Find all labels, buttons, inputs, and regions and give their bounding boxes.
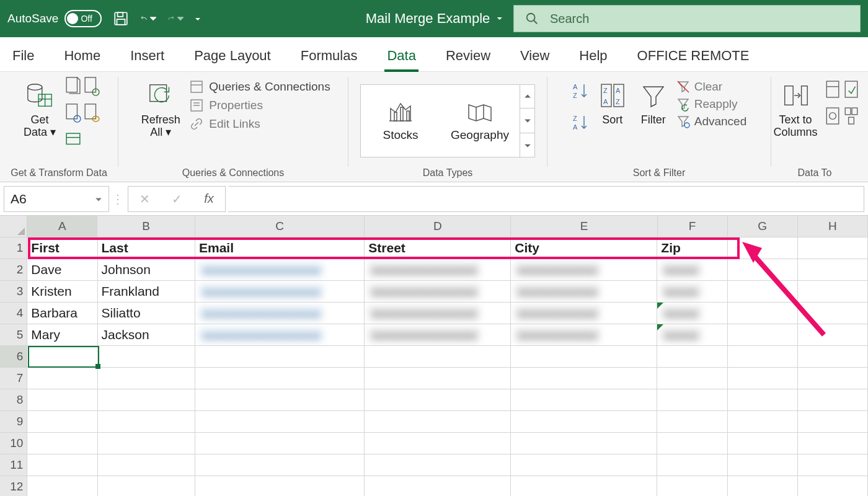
cell-B9[interactable]	[98, 411, 195, 433]
stocks-button[interactable]: Stocks	[361, 100, 440, 142]
cell-A1[interactable]: First	[27, 237, 97, 259]
row-header-1[interactable]: 1	[0, 237, 27, 259]
cell-H5[interactable]	[798, 324, 868, 346]
col-header-F[interactable]: F	[658, 216, 728, 237]
cell-A7[interactable]	[27, 368, 97, 389]
cell-C4[interactable]: xxxxxxxxxxxxxxxxxx	[195, 303, 365, 324]
recent-sources-icon[interactable]	[84, 102, 100, 126]
data-validation-icon[interactable]	[825, 105, 841, 129]
cell-H2[interactable]	[798, 259, 868, 281]
cell-E2[interactable]: xxxxxxxxxxxx	[511, 259, 657, 281]
refresh-all-button[interactable]: RefreshAll ▾	[136, 76, 185, 141]
tab-file[interactable]: File	[9, 42, 38, 71]
cell-B2[interactable]: Johnson	[98, 259, 195, 281]
cell-G10[interactable]	[728, 433, 798, 454]
cell-E12[interactable]	[511, 476, 657, 496]
remove-dupes-icon[interactable]	[843, 78, 859, 102]
cell-H6[interactable]	[798, 346, 868, 368]
sort-asc-button[interactable]: AZ	[572, 82, 590, 102]
cell-D9[interactable]	[365, 411, 511, 433]
cell-D11[interactable]	[365, 454, 511, 476]
tab-office-remote[interactable]: OFFICE REMOTE	[634, 42, 753, 71]
cell-F2[interactable]: xxxxx	[657, 259, 727, 281]
tab-page-layout[interactable]: Page Layout	[190, 42, 275, 71]
row-header-12[interactable]: 12	[0, 476, 27, 496]
save-icon[interactable]	[113, 11, 129, 27]
existing-connections-icon[interactable]	[65, 129, 81, 153]
cell-G7[interactable]	[728, 368, 798, 389]
cell-F11[interactable]	[657, 454, 727, 476]
from-web-icon[interactable]	[84, 76, 100, 100]
cell-H8[interactable]	[798, 389, 868, 411]
cell-F10[interactable]	[657, 433, 727, 454]
geography-button[interactable]: Geography	[440, 100, 520, 142]
cell-B7[interactable]	[98, 368, 195, 389]
cell-A4[interactable]: Barbara	[27, 303, 97, 324]
cell-E3[interactable]: xxxxxxxxxxxx	[511, 281, 657, 303]
cell-D12[interactable]	[365, 476, 511, 496]
toggle-switch[interactable]: Off	[64, 10, 102, 27]
cell-C1[interactable]: Email	[195, 237, 365, 259]
chevron-down-icon[interactable]	[95, 192, 102, 206]
cell-H1[interactable]	[798, 237, 868, 259]
col-header-D[interactable]: D	[365, 216, 511, 237]
cell-H10[interactable]	[798, 433, 868, 454]
row-header-3[interactable]: 3	[0, 281, 27, 303]
cell-F3[interactable]: xxxxx	[657, 281, 727, 303]
cell-A10[interactable]	[27, 433, 97, 454]
cell-E7[interactable]	[511, 368, 657, 389]
cell-E9[interactable]	[511, 411, 657, 433]
consolidate-icon[interactable]	[843, 105, 859, 129]
cell-F1[interactable]: Zip	[657, 237, 727, 259]
cell-B11[interactable]	[98, 454, 195, 476]
chevron-down-icon[interactable]	[150, 16, 156, 22]
search-box[interactable]: Search	[513, 5, 861, 32]
cell-D2[interactable]: xxxxxxxxxxxxxxxx	[365, 259, 511, 281]
cell-E10[interactable]	[511, 433, 657, 454]
cell-C7[interactable]	[195, 368, 365, 389]
row-header-2[interactable]: 2	[0, 259, 27, 281]
cell-A11[interactable]	[27, 454, 97, 476]
col-header-G[interactable]: G	[728, 216, 798, 237]
autosave-toggle[interactable]: AutoSave Off	[7, 10, 102, 27]
from-table-icon[interactable]	[65, 102, 81, 126]
cell-F7[interactable]	[657, 368, 727, 389]
tab-formulas[interactable]: Formulas	[297, 42, 361, 71]
tab-insert[interactable]: Insert	[126, 42, 168, 71]
row-header-9[interactable]: 9	[0, 411, 27, 433]
formula-input[interactable]	[228, 186, 864, 212]
cell-H7[interactable]	[798, 368, 868, 389]
drag-handle-icon[interactable]: ⋮	[112, 192, 125, 206]
cell-E8[interactable]	[511, 389, 657, 411]
cell-D7[interactable]	[365, 368, 511, 389]
spreadsheet-grid[interactable]: ABCDEFGH1FirstLastEmailStreetCityZip2Dav…	[0, 216, 868, 496]
tab-view[interactable]: View	[516, 42, 553, 71]
cell-C8[interactable]	[195, 389, 365, 411]
undo-icon[interactable]	[140, 11, 156, 27]
cell-A6[interactable]	[27, 346, 97, 368]
cell-D4[interactable]: xxxxxxxxxxxxxxxx	[365, 303, 511, 324]
text-to-columns-button[interactable]: Text toColumns	[770, 76, 821, 141]
document-title[interactable]: Mail Merge Example	[366, 11, 503, 27]
cell-E1[interactable]: City	[511, 237, 657, 259]
cell-B3[interactable]: Frankland	[98, 281, 195, 303]
tab-help[interactable]: Help	[575, 42, 611, 71]
get-data-button[interactable]: GetData ▾	[18, 76, 61, 141]
col-header-B[interactable]: B	[97, 216, 195, 237]
cell-C2[interactable]: xxxxxxxxxxxxxxxxxx	[195, 259, 365, 281]
cell-B12[interactable]	[98, 476, 195, 496]
cell-C9[interactable]	[195, 411, 365, 433]
cell-A5[interactable]: Mary	[27, 324, 97, 346]
cell-D10[interactable]	[365, 433, 511, 454]
data-types-gallery[interactable]: Stocks Geography	[360, 84, 535, 157]
cell-H4[interactable]	[798, 303, 868, 324]
cell-F5[interactable]: xxxxx	[657, 324, 727, 346]
qat-customize-icon[interactable]	[195, 16, 203, 22]
cell-D1[interactable]: Street	[365, 237, 511, 259]
cell-E11[interactable]	[511, 454, 657, 476]
cell-A8[interactable]	[27, 389, 97, 411]
row-header-6[interactable]: 6	[0, 346, 27, 368]
cell-G6[interactable]	[728, 346, 798, 368]
cell-H11[interactable]	[798, 454, 868, 476]
row-header-7[interactable]: 7	[0, 368, 27, 389]
